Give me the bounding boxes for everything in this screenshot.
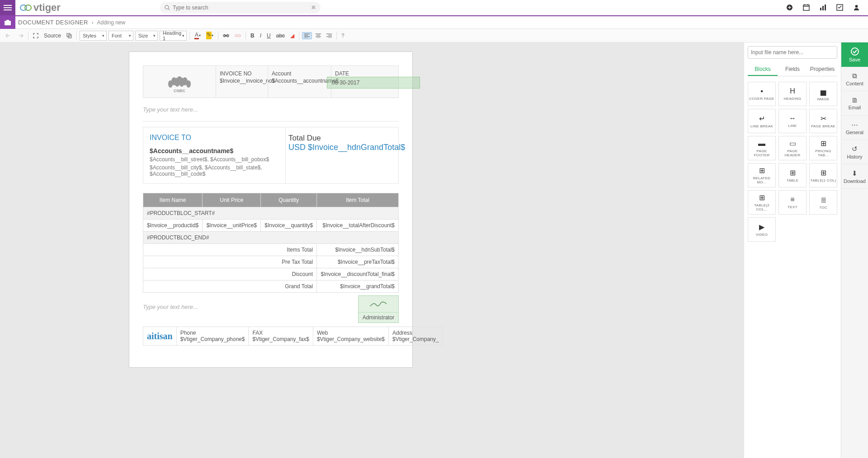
breadcrumb-module[interactable]: DOCUMENT DESIGNER bbox=[18, 19, 88, 26]
content-button[interactable]: ⧉Content bbox=[841, 67, 868, 91]
tab-fields[interactable]: Fields bbox=[778, 63, 807, 76]
bold-button[interactable]: B bbox=[249, 32, 256, 40]
copy-button[interactable] bbox=[65, 32, 74, 39]
global-search[interactable]: ✖ bbox=[160, 2, 321, 14]
footer-table[interactable]: aitisan Phone$Vtiger_Company_phone$ FAX$… bbox=[143, 327, 443, 346]
tab-properties[interactable]: Properties bbox=[807, 63, 837, 76]
date-label: DATE bbox=[335, 70, 395, 77]
link-button[interactable] bbox=[221, 33, 231, 39]
block-related-mo-[interactable]: ⊞RELATED MO... bbox=[748, 163, 776, 187]
svg-point-42 bbox=[851, 48, 859, 55]
block-image[interactable]: ▅IMAGE bbox=[809, 82, 837, 106]
invoice-to-block[interactable]: INVOICE TO $Accounts__accountname$ $Acco… bbox=[143, 127, 399, 184]
svg-point-37 bbox=[168, 80, 173, 88]
redo-button[interactable] bbox=[15, 32, 25, 39]
main-menu-button[interactable] bbox=[0, 0, 15, 15]
date-highlight[interactable]: 06-30-2017 bbox=[327, 77, 420, 89]
canvas[interactable]: CNBC INVOICE NO $Invoice__invoice_no$ Ac… bbox=[0, 42, 744, 458]
invoice-no-cell[interactable]: INVOICE NO $Invoice__invoice_no$ bbox=[216, 66, 268, 98]
filename-input[interactable] bbox=[748, 46, 837, 59]
text-placeholder-1[interactable]: Type your text here... bbox=[143, 98, 399, 122]
bg-color-button[interactable]: ✎▾ bbox=[204, 31, 215, 40]
align-left-button[interactable] bbox=[302, 32, 312, 39]
add-icon[interactable] bbox=[786, 4, 793, 11]
block-page-footer[interactable]: ▬PAGE FOOTER bbox=[748, 136, 776, 160]
block-line[interactable]: ↔LINE bbox=[778, 109, 807, 133]
block-line-break[interactable]: ↵LINE BREAK bbox=[748, 109, 776, 133]
block-icon: ⊞ bbox=[759, 166, 765, 175]
block-icon: ⊞ bbox=[759, 193, 765, 202]
eraser-button[interactable]: ◢ bbox=[288, 32, 296, 40]
signature-block[interactable]: Administrator bbox=[358, 295, 399, 323]
expand-button[interactable] bbox=[31, 32, 40, 39]
calendar-icon[interactable] bbox=[803, 4, 810, 11]
task-icon[interactable] bbox=[836, 4, 843, 11]
top-icons bbox=[786, 4, 868, 11]
styles-select[interactable]: Styles bbox=[80, 31, 107, 41]
search-input[interactable] bbox=[173, 5, 311, 11]
signature-icon bbox=[359, 296, 398, 312]
doc-logo-cell[interactable]: CNBC bbox=[143, 66, 216, 98]
block-label: TABLE(2 COL... bbox=[748, 203, 775, 211]
doc-header-row: CNBC INVOICE NO $Invoice__invoice_no$ Ac… bbox=[143, 65, 399, 98]
account-cell[interactable]: Account $Accounts__accountname$ bbox=[268, 66, 331, 98]
text-placeholder-2[interactable]: Type your text here... bbox=[143, 295, 358, 323]
text-color-button[interactable]: A▾ bbox=[193, 31, 203, 40]
download-button[interactable]: ⬇Download bbox=[841, 164, 868, 189]
underline-button[interactable]: U bbox=[265, 32, 273, 40]
block-label: TOC bbox=[819, 206, 827, 210]
block-text[interactable]: ≡TEXT bbox=[778, 190, 807, 215]
block-icon: ≡ bbox=[790, 196, 794, 204]
breadcrumb-bar: DOCUMENT DESIGNER › Adding new bbox=[0, 16, 868, 29]
block-video[interactable]: ▶VIDEO bbox=[748, 217, 776, 242]
block-table[interactable]: ⊞TABLE bbox=[778, 163, 807, 187]
date-cell[interactable]: DATE 06-30-2017 bbox=[331, 66, 398, 98]
align-center-button[interactable] bbox=[314, 33, 323, 39]
strike-button[interactable]: abc bbox=[274, 32, 287, 40]
align-right-button[interactable] bbox=[325, 33, 334, 39]
invoice-no-label: INVOICE NO bbox=[220, 70, 264, 77]
module-icon[interactable] bbox=[0, 16, 15, 29]
user-icon[interactable] bbox=[853, 4, 860, 11]
unlink-button[interactable] bbox=[233, 33, 243, 39]
font-select[interactable]: Font bbox=[108, 31, 133, 41]
block-page-break[interactable]: ✂PAGE BREAK bbox=[809, 109, 837, 133]
app-logo: vtiger bbox=[20, 2, 61, 14]
block-page-header[interactable]: ▭PAGE HEADER bbox=[778, 136, 807, 160]
tab-blocks[interactable]: Blocks bbox=[748, 63, 778, 76]
heading-select[interactable]: Heading 1 bbox=[160, 31, 187, 41]
th-quantity: Quantity bbox=[261, 193, 317, 207]
block-icon: ↵ bbox=[759, 114, 765, 123]
svg-rect-11 bbox=[825, 5, 826, 10]
block-table-1-col-[interactable]: ⊞TABLE(1 COL) bbox=[809, 163, 837, 187]
block-icon: ▅ bbox=[821, 87, 826, 96]
search-clear-icon[interactable]: ✖ bbox=[311, 4, 316, 11]
block-heading[interactable]: HHEADING bbox=[778, 82, 807, 106]
block-icon: ⊞ bbox=[790, 168, 796, 177]
invoice-to-name: $Accounts__accountname$ bbox=[150, 147, 279, 154]
items-table[interactable]: Item Name Unit Price Quantity Item Total… bbox=[143, 193, 399, 293]
blocks-grid: ▪COVER PAGEHHEADING▅IMAGE↵LINE BREAK↔LIN… bbox=[748, 82, 837, 242]
table-row: $Invoice__productid$ $Invoice__unitPrice… bbox=[143, 220, 399, 232]
save-button[interactable]: Save bbox=[841, 42, 868, 67]
block-toc[interactable]: ≣TOC bbox=[809, 190, 837, 215]
help-button[interactable]: ? bbox=[340, 32, 346, 40]
block-pricing-tab-[interactable]: ⊞PRICING TAB... bbox=[809, 136, 837, 160]
size-select[interactable]: Size bbox=[135, 31, 158, 41]
block-cover-page[interactable]: ▪COVER PAGE bbox=[748, 82, 776, 106]
chart-icon[interactable] bbox=[820, 4, 826, 11]
general-button[interactable]: ⋯General bbox=[841, 116, 868, 140]
email-button[interactable]: 🗎Email bbox=[841, 91, 868, 116]
block-label: VIDEO bbox=[756, 233, 768, 237]
history-button[interactable]: ↺History bbox=[841, 140, 868, 164]
document-page[interactable]: CNBC INVOICE NO $Invoice__invoice_no$ Ac… bbox=[129, 51, 413, 368]
block-label: HEADING bbox=[784, 97, 802, 101]
productbloc-end: #PRODUCTBLOC_END# bbox=[143, 232, 399, 244]
italic-button[interactable]: I bbox=[258, 32, 263, 40]
block-icon: ↔ bbox=[789, 114, 796, 122]
invoice-to-addr2: $Accounts__bill_city$, $Accounts__bill_s… bbox=[150, 164, 279, 177]
block-label: TABLE(1 COL) bbox=[811, 178, 836, 182]
undo-button[interactable] bbox=[4, 32, 14, 39]
block-table-2-col-[interactable]: ⊞TABLE(2 COL... bbox=[748, 190, 776, 215]
source-button[interactable]: Source bbox=[42, 32, 63, 40]
